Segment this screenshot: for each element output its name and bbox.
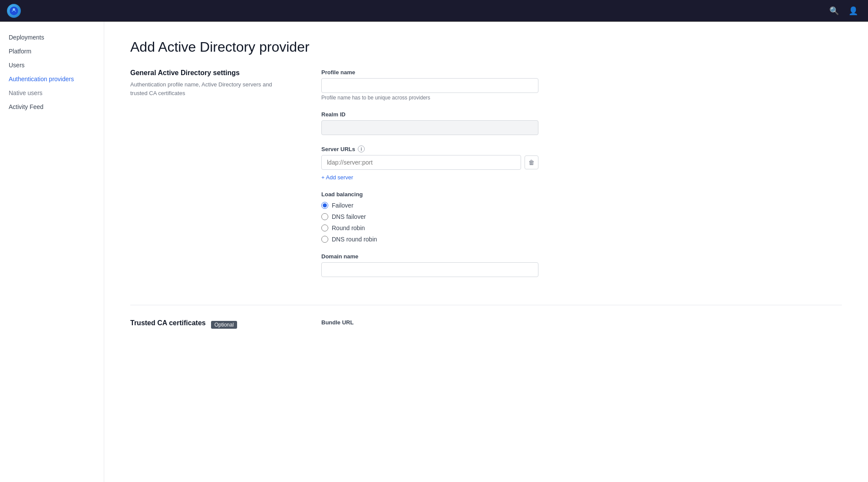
sidebar: Deployments Platform Users Authenticatio… [0, 22, 104, 482]
user-button[interactable]: 👤 [845, 3, 861, 19]
sidebar-item-deployments[interactable]: Deployments [0, 30, 104, 44]
search-button[interactable]: 🔍 [826, 3, 842, 19]
sidebar-item-users[interactable]: Users [0, 58, 104, 72]
domain-name-input[interactable] [321, 262, 538, 277]
svg-point-1 [13, 8, 15, 10]
logo[interactable] [7, 4, 21, 18]
radio-round-robin-input[interactable] [321, 224, 328, 231]
load-balancing-field: Load balancing Failover DNS failover Rou… [321, 191, 538, 243]
general-section: General Active Directory settings Authen… [130, 69, 842, 287]
domain-name-field: Domain name [321, 253, 538, 277]
topbar-actions: 🔍 👤 [826, 3, 861, 19]
domain-name-label: Domain name [321, 253, 538, 260]
realm-id-field: Realm ID [321, 111, 538, 135]
svg-point-0 [10, 7, 18, 15]
server-url-input[interactable] [321, 155, 521, 170]
profile-name-hint: Profile name has to be unique across pro… [321, 95, 538, 101]
general-section-desc: Authentication profile name, Active Dire… [130, 80, 287, 97]
trusted-ca-title: Trusted CA certificates [130, 319, 206, 327]
trash-icon: 🗑 [528, 159, 535, 166]
trusted-left: Trusted CA certificates Optional [130, 319, 287, 330]
layout: Deployments Platform Users Authenticatio… [0, 22, 868, 482]
topbar: 🔍 👤 [0, 0, 868, 22]
general-section-title: General Active Directory settings [130, 69, 287, 77]
realm-id-label: Realm ID [321, 111, 538, 118]
trusted-ca-section: Trusted CA certificates Optional Bundle … [130, 319, 842, 330]
delete-server-button[interactable]: 🗑 [525, 155, 538, 169]
bundle-url-label: Bundle URL [321, 319, 538, 326]
server-urls-label-text: Server URLs [321, 146, 355, 152]
main-content: Add Active Directory provider General Ac… [104, 22, 868, 482]
load-balancing-label: Load balancing [321, 191, 538, 198]
user-icon: 👤 [848, 6, 858, 16]
radio-dns-round-robin-label: DNS round robin [332, 236, 377, 243]
server-urls-label: Server URLs i [321, 145, 538, 152]
section-right: Profile name Profile name has to be uniq… [321, 69, 538, 287]
server-urls-field: Server URLs i 🗑 + Add server [321, 145, 538, 181]
realm-id-input[interactable] [321, 120, 538, 135]
optional-badge: Optional [211, 321, 238, 329]
search-icon: 🔍 [829, 6, 839, 16]
radio-dns-failover-input[interactable] [321, 213, 328, 220]
radio-dns-round-robin[interactable]: DNS round robin [321, 236, 538, 243]
radio-failover[interactable]: Failover [321, 202, 538, 209]
radio-failover-input[interactable] [321, 202, 328, 209]
section-divider [130, 305, 842, 305]
radio-dns-failover-label: DNS failover [332, 213, 366, 220]
radio-dns-round-robin-input[interactable] [321, 236, 328, 243]
profile-name-input[interactable] [321, 78, 538, 93]
add-server-link[interactable]: + Add server [321, 174, 353, 181]
radio-round-robin[interactable]: Round robin [321, 224, 538, 231]
server-url-row: 🗑 [321, 155, 538, 170]
radio-round-robin-label: Round robin [332, 224, 365, 231]
sidebar-item-activity-feed[interactable]: Activity Feed [0, 100, 104, 114]
page-title: Add Active Directory provider [130, 39, 842, 55]
profile-name-label: Profile name [321, 69, 538, 76]
sidebar-item-authentication-providers[interactable]: Authentication providers [0, 72, 104, 86]
server-urls-info-icon: i [358, 145, 365, 152]
sidebar-item-native-users[interactable]: Native users [0, 86, 104, 100]
section-left: General Active Directory settings Authen… [130, 69, 287, 287]
sidebar-item-platform[interactable]: Platform [0, 44, 104, 58]
profile-name-field: Profile name Profile name has to be uniq… [321, 69, 538, 101]
radio-dns-failover[interactable]: DNS failover [321, 213, 538, 220]
trusted-right: Bundle URL [321, 319, 538, 328]
radio-failover-label: Failover [332, 202, 353, 209]
